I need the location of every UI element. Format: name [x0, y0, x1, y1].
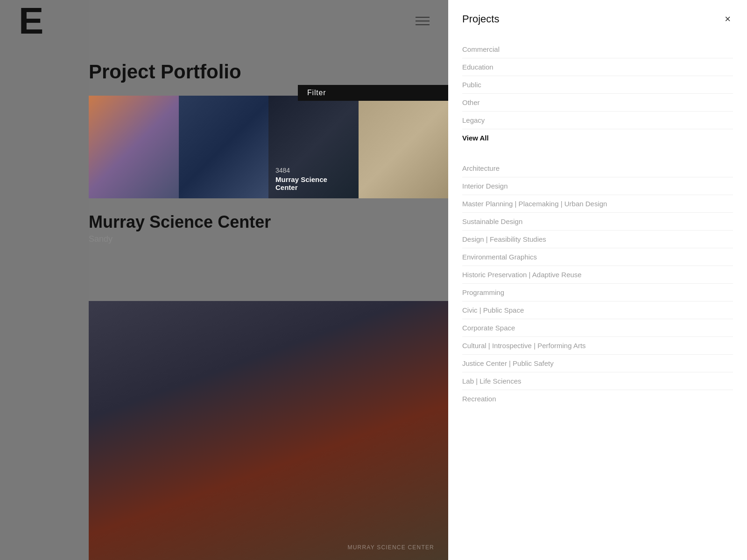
sidebar-item-master-planning[interactable]: Master Planning | Placemaking | Urban De… [462, 195, 733, 213]
image-card-4[interactable] [359, 96, 449, 198]
sidebar-item-lab-life-sciences[interactable]: Lab | Life Sciences [462, 372, 733, 390]
project-image-title: Murray Science Center [275, 175, 352, 191]
sidebar-item-corporate-space[interactable]: Corporate Space [462, 319, 733, 337]
main-content: E Project Portfolio Filter 3484 Murray S… [0, 0, 448, 560]
project-image-3-overlay: 3484 Murray Science Center [268, 160, 359, 198]
sidebar-section-services: Architecture Interior Design Master Plan… [462, 160, 733, 407]
sidebar-item-civic-public-space[interactable]: Civic | Public Space [462, 301, 733, 319]
sidebar-item-legacy[interactable]: Legacy [462, 112, 733, 129]
hamburger-line-2 [416, 21, 430, 21]
bottom-image: MURRAY SCIENCE CENTER [89, 301, 448, 560]
header: E [0, 0, 448, 42]
hamburger-button[interactable] [416, 17, 430, 25]
logo: E [19, 2, 43, 40]
sidebar-item-programming[interactable]: Programming [462, 284, 733, 301]
sidebar-header: Projects × [462, 12, 733, 27]
section-gap [462, 150, 733, 160]
sidebar-item-commercial[interactable]: Commercial [462, 41, 733, 58]
project-image-2 [179, 96, 269, 198]
sidebar-item-recreation[interactable]: Recreation [462, 390, 733, 407]
sidebar-item-sustainable-design[interactable]: Sustainable Design [462, 213, 733, 231]
left-overlay [0, 0, 89, 560]
project-name: Murray Science Center [89, 212, 271, 232]
hamburger-line-3 [416, 24, 430, 25]
hamburger-line-1 [416, 17, 430, 18]
filter-label: Filter [307, 89, 326, 97]
sidebar-item-public[interactable]: Public [462, 76, 733, 94]
project-info: Murray Science Center Sandy [89, 212, 271, 244]
sidebar-item-design-feasibility[interactable]: Design | Feasibility Studies [462, 231, 733, 248]
sidebar-item-other[interactable]: Other [462, 94, 733, 112]
project-number: 3484 [275, 167, 352, 174]
project-image-3: 3484 Murray Science Center [268, 96, 359, 198]
image-card-1[interactable] [89, 96, 179, 198]
sidebar-section-categories: Commercial Education Public Other Legacy… [462, 41, 733, 147]
sidebar-item-environmental-graphics[interactable]: Environmental Graphics [462, 248, 733, 266]
sidebar-item-architecture[interactable]: Architecture [462, 160, 733, 177]
filter-bar[interactable]: Filter [298, 85, 448, 101]
sidebar-item-view-all[interactable]: View All [462, 129, 733, 147]
sidebar-item-historic-preservation[interactable]: Historic Preservation | Adaptive Reuse [462, 266, 733, 284]
projects-sidebar: Projects × Commercial Education Public O… [448, 0, 747, 560]
project-image-1 [89, 96, 179, 198]
sidebar-item-interior-design[interactable]: Interior Design [462, 177, 733, 195]
close-button[interactable]: × [722, 12, 733, 27]
sidebar-item-justice-center[interactable]: Justice Center | Public Safety [462, 355, 733, 372]
image-card-2[interactable] [179, 96, 269, 198]
image-grid: 3484 Murray Science Center [89, 96, 448, 198]
project-location: Sandy [89, 234, 271, 244]
bottom-image-label: MURRAY SCIENCE CENTER [348, 544, 434, 551]
project-image-4 [359, 96, 449, 198]
page-title: Project Portfolio [89, 61, 241, 83]
sidebar-title: Projects [462, 13, 499, 25]
image-card-3[interactable]: 3484 Murray Science Center [268, 96, 359, 198]
sidebar-item-education[interactable]: Education [462, 58, 733, 76]
sidebar-item-cultural[interactable]: Cultural | Introspective | Performing Ar… [462, 337, 733, 355]
